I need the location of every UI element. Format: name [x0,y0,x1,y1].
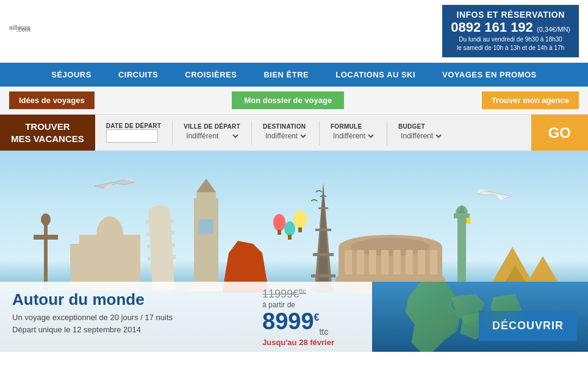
svg-point-24 [273,214,285,231]
date-depart-input[interactable] [106,129,158,143]
hero-price-box: 11999€ttc à partir de 8999€ttc Jusqu'au … [250,282,372,352]
hero-desc-line1: Un voyage exceptionnel de 20 jours / 17 … [12,312,238,324]
budget-field: BUDGET Indifférent [393,121,448,145]
svg-rect-52 [454,213,470,218]
search-title-line2: MES VACANCES [11,133,84,145]
formule-select[interactable]: Indifférent [331,130,376,142]
svg-rect-19 [196,192,216,204]
svg-point-26 [293,210,307,229]
svg-rect-54 [467,218,470,224]
svg-rect-58 [372,282,588,352]
go-button[interactable]: GO [531,115,588,151]
hero-section: Autour du monde Un voyage exceptionnel d… [0,151,588,352]
svg-rect-16 [194,198,218,290]
destination-select[interactable]: Indifférent [263,130,308,142]
price-old-value: 11999€ [262,288,299,300]
info-reservation-box: INFOS ET RÉSERVATION 0892 161 192 (0,34€… [442,5,579,57]
divider-3 [319,121,320,145]
price-old-sup: ttc [299,287,306,294]
nav-sejours[interactable]: SÉJOURS [38,63,105,87]
svg-rect-28 [288,235,292,240]
phone-main: 0892 161 192 [451,20,533,35]
nav-croisieres[interactable]: CROISIÈRES [171,63,250,87]
decouvrir-button[interactable]: DÉCOUVRIR [479,311,577,341]
svg-rect-0 [44,223,48,290]
nav-circuits[interactable]: CIRCUITS [105,63,171,87]
divider-2 [251,121,252,145]
search-bar: TROUVER MES VACANCES DATE DE DÉPART VILL… [0,115,588,151]
formule-field: FORMULE Indifférent [326,121,381,145]
header: ailleurs .com INFOS ET RÉSERVATION 0892 … [0,0,588,63]
svg-rect-6 [125,244,137,287]
price-new-value: 8999 [262,309,314,334]
hero-overlay: Autour du monde Un voyage exceptionnel d… [0,282,588,352]
destination-label: DESTINATION [263,123,308,130]
map-svg [372,282,588,352]
formule-label: FORMULE [331,123,376,130]
budget-label: BUDGET [398,123,443,130]
idees-voyages-button[interactable]: Idées de voyages [9,91,95,109]
hours-line2: le samedi de 10h à 13h et de 14h à 17h [451,44,570,52]
svg-rect-29 [298,227,302,232]
svg-rect-48 [430,250,437,274]
hero-map: DÉCOUVRIR [372,282,588,352]
svg-rect-35 [311,274,335,277]
hero-description: Autour du monde Un voyage exceptionnel d… [0,282,250,352]
date-depart-label: DATE DE DÉPART [106,123,162,129]
price-new: 8999€ttc [262,309,360,337]
main-nav: SÉJOURS CIRCUITS CROISIÈRES BIEN ÊTRE LO… [0,63,588,87]
search-title: TROUVER MES VACANCES [0,115,95,151]
svg-rect-27 [278,230,281,235]
svg-rect-41 [345,250,352,274]
trouver-agence-button[interactable]: Trouver mon agence [482,91,579,109]
logo[interactable]: ailleurs .com [9,29,30,33]
hours-line1: Du lundi au vendredi de 9h30 à 18h30 [451,35,570,44]
nav-bien-etre[interactable]: BIEN ÊTRE [250,63,322,87]
svg-rect-47 [418,250,425,274]
svg-rect-33 [315,229,331,231]
info-title: INFOS ET RÉSERVATION [451,10,570,20]
hero-title: Autour du monde [12,290,238,309]
search-fields: DATE DE DÉPART VILLE DE DÉPART Indiffére… [95,115,531,151]
ville-depart-label: VILLE DE DÉPART [184,123,240,130]
price-old: 11999€ttc [262,287,360,301]
svg-rect-21 [199,219,213,234]
svg-rect-34 [318,207,328,209]
phone-rate: (0,34€/MN) [537,26,570,33]
ville-depart-field: VILLE DE DÉPART Indifférent [179,121,245,145]
svg-rect-44 [381,250,389,274]
date-depart-field: DATE DE DÉPART [101,120,167,145]
svg-rect-45 [393,250,401,274]
destination-field: DESTINATION Indifférent [258,121,313,145]
quick-links-bar: Idées de voyages Mon dossier de voyage T… [0,87,588,115]
ville-depart-select[interactable]: Indifférent [184,130,240,142]
phone-number[interactable]: 0892 161 192 (0,34€/MN) [451,20,570,35]
budget-select[interactable]: Indifférent [398,130,443,142]
svg-rect-5 [70,244,82,287]
svg-point-2 [41,213,51,226]
nav-voyages-promos[interactable]: VOYAGES EN PROMOS [429,63,550,87]
svg-rect-1 [34,235,58,240]
svg-rect-32 [313,253,334,256]
search-title-line1: TROUVER [11,121,84,133]
price-from-label: à partir de [262,301,360,309]
svg-rect-43 [369,250,376,274]
divider-4 [387,121,387,145]
price-new-sub: ttc [319,326,328,336]
price-until: Jusqu'au 28 février [262,338,360,347]
price-new-currency: € [314,312,320,323]
svg-marker-20 [196,179,216,192]
svg-point-25 [284,221,295,236]
landmarks-illustration [0,174,588,296]
svg-rect-42 [357,250,364,274]
divider-1 [172,121,173,145]
dossier-voyage-button[interactable]: Mon dossier de voyage [232,91,344,109]
hero-desc-line2: Départ unique le 12 septembre 2014 [12,324,238,336]
hours-info: Du lundi au vendredi de 9h30 à 18h30 le … [451,35,570,52]
svg-rect-46 [406,250,413,274]
nav-locations-ski[interactable]: LOCATIONS AU SKI [322,63,429,87]
